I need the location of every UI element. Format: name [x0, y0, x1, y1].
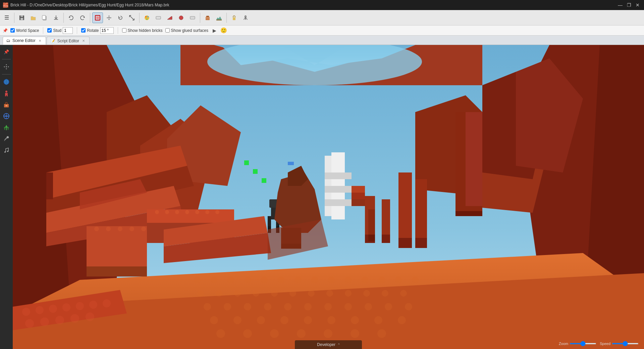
svg-point-133	[22, 308, 30, 316]
stud-input[interactable]	[63, 27, 73, 34]
stud-label: Stud	[53, 28, 61, 33]
tab-scene-editor-close[interactable]: ✕	[38, 38, 42, 43]
sphere-brick-button[interactable]	[176, 12, 186, 23]
speed-control[interactable]: Speed	[600, 342, 639, 346]
import-button[interactable]	[51, 12, 61, 23]
viewport[interactable]: {/* These represent the LEGO stud textur…	[13, 45, 644, 349]
svg-point-88	[345, 277, 352, 283]
show-hidden-checkbox[interactable]	[122, 28, 126, 33]
svg-rect-174	[382, 199, 390, 236]
toolbar-sep-3	[90, 13, 90, 23]
developer-arrow: ^	[338, 343, 340, 347]
tab-script-editor[interactable]: 📝 Script Editor ✕	[47, 37, 90, 45]
svg-rect-187	[262, 178, 266, 183]
rotate-input[interactable]	[100, 27, 114, 34]
lock-button[interactable]	[229, 12, 239, 23]
stud-checkbox[interactable]	[47, 28, 52, 33]
svg-point-110	[304, 303, 312, 310]
terrain-button[interactable]	[214, 12, 224, 23]
svg-point-106	[224, 303, 231, 310]
svg-point-66	[185, 210, 189, 214]
redo-button[interactable]	[77, 12, 88, 23]
rotate-option[interactable]: Rotate	[81, 27, 113, 34]
world-space-option[interactable]: World Space	[10, 28, 39, 33]
zoom-control[interactable]: Zoom	[559, 342, 596, 346]
svg-rect-15	[206, 17, 210, 20]
anchor-button[interactable]	[240, 12, 251, 23]
sidebar-network-button[interactable]	[1, 111, 12, 121]
bottom-bar[interactable]: Developer ^	[295, 340, 362, 349]
show-hidden-option[interactable]: Show hidden bricks	[122, 28, 163, 33]
tab-scene-editor[interactable]: 🗂 Scene Editor ✕	[3, 37, 46, 45]
svg-point-122	[351, 316, 359, 324]
rotate-checkbox[interactable]	[81, 28, 86, 33]
brickbag-button[interactable]	[202, 12, 213, 23]
move-mode-button[interactable]	[104, 12, 114, 23]
left-sidebar: 📌	[0, 45, 13, 349]
developer-label: Developer	[317, 342, 335, 347]
svg-point-83	[261, 277, 268, 283]
svg-point-120	[304, 316, 312, 324]
minimize-button[interactable]: —	[616, 1, 624, 9]
stud-option[interactable]: Stud	[47, 27, 73, 34]
sidebar-music-button[interactable]	[1, 145, 12, 156]
svg-point-11	[146, 18, 148, 20]
svg-point-9	[145, 16, 147, 17]
maximize-button[interactable]: ❐	[625, 1, 633, 9]
svg-rect-1	[20, 15, 23, 17]
svg-rect-171	[325, 199, 352, 206]
svg-point-63	[155, 210, 159, 214]
svg-point-115	[405, 303, 412, 310]
scale-mode-button[interactable]	[126, 12, 137, 23]
svg-point-142	[55, 316, 64, 325]
svg-point-143	[70, 314, 79, 323]
open-button[interactable]	[28, 12, 39, 23]
rect-brick-button[interactable]	[153, 12, 164, 23]
svg-point-141	[40, 317, 49, 326]
svg-point-116	[210, 316, 218, 324]
svg-point-10	[147, 16, 149, 17]
svg-point-125	[216, 329, 225, 338]
svg-point-100	[326, 290, 333, 297]
undo-button[interactable]	[66, 12, 76, 23]
svg-point-123	[374, 316, 382, 324]
sidebar-pin-button[interactable]: 📌	[1, 46, 12, 57]
tab-script-editor-close[interactable]: ✕	[81, 39, 86, 43]
svg-rect-19	[233, 17, 235, 20]
sidebar-move-button[interactable]	[1, 61, 12, 72]
svg-rect-3	[21, 18, 23, 20]
svg-point-68	[205, 210, 209, 214]
cylinder-brick-button[interactable]	[187, 12, 198, 23]
title-bar: 🧱 Brick Hill - D:/OneDrive/Desktop/Brick…	[0, 0, 644, 10]
play-button[interactable]: ▶	[211, 27, 218, 34]
select-mode-button[interactable]	[92, 12, 103, 23]
close-button[interactable]: ✕	[634, 1, 641, 9]
svg-point-20	[245, 16, 246, 17]
smiley-button[interactable]: 🙂	[220, 27, 227, 34]
sidebar-globe-button[interactable]	[1, 77, 12, 87]
svg-point-97	[271, 290, 278, 297]
svg-point-126	[243, 329, 252, 338]
speed-slider[interactable]	[612, 343, 639, 344]
scene-view: {/* These represent the LEGO stud textur…	[13, 45, 644, 349]
sidebar-tools-button[interactable]	[1, 134, 12, 144]
palette-button[interactable]	[142, 12, 152, 23]
sidebar-items-button[interactable]	[1, 99, 12, 110]
svg-point-119	[280, 316, 288, 324]
svg-point-107	[244, 303, 251, 310]
svg-rect-73	[87, 266, 147, 277]
show-glued-checkbox[interactable]	[165, 28, 170, 33]
copy-button[interactable]	[39, 12, 50, 23]
sidebar-character-button[interactable]	[1, 88, 12, 99]
show-glued-option[interactable]: Show glued surfaces	[165, 28, 208, 33]
sidebar-environment-button[interactable]	[1, 122, 12, 133]
svg-point-95	[234, 290, 241, 297]
title-bar-right[interactable]: — ❐ ✕	[616, 1, 641, 9]
menu-button[interactable]: ☰	[1, 12, 12, 23]
wedge-brick-button[interactable]	[164, 12, 175, 23]
world-space-checkbox[interactable]	[10, 28, 15, 33]
zoom-slider[interactable]	[570, 343, 596, 344]
rotate-mode-button[interactable]	[115, 12, 126, 23]
save-button[interactable]	[16, 12, 27, 23]
svg-point-136	[62, 303, 70, 311]
